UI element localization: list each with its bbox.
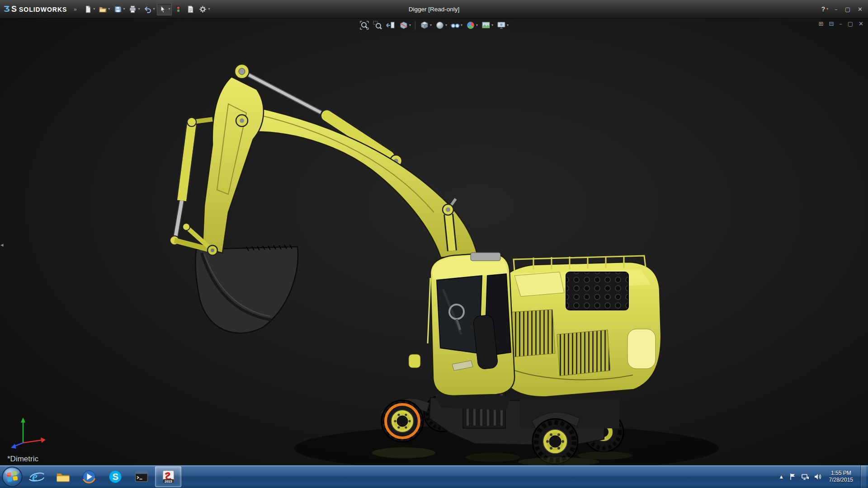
rebuild-button[interactable]: [173, 4, 184, 15]
new-button[interactable]: ▾: [82, 4, 96, 15]
internet-explorer-icon: e: [28, 469, 45, 485]
minimize-button[interactable]: –: [835, 6, 838, 12]
toolbar-overflow-chevron[interactable]: »: [73, 6, 77, 13]
taskbar-internet-explorer[interactable]: e: [24, 467, 49, 487]
body-front-glass: [514, 272, 564, 296]
command-prompt-icon: [133, 469, 150, 485]
clock-date: 7/28/2015: [829, 477, 853, 483]
quick-access-toolbar: ▾ ▾ ▾ ▾ ▾: [82, 3, 211, 15]
taskbar-command-prompt[interactable]: [129, 467, 154, 487]
panel-collapse-tab[interactable]: ◂: [0, 240, 4, 249]
engine-grille: [566, 272, 628, 310]
titlebar: ƷS SOLIDWORKS » ▾ ▾ ▾ ▾: [0, 0, 868, 19]
select-tool-button[interactable]: ▾: [157, 3, 172, 15]
taskbar-solidworks[interactable]: 2015: [155, 466, 181, 487]
close-button[interactable]: ✕: [858, 6, 863, 12]
maximize-button[interactable]: ▢: [845, 6, 850, 12]
cab[interactable]: [409, 253, 514, 410]
solidworks-window: ƷS SOLIDWORKS » ▾ ▾ ▾ ▾: [0, 0, 868, 488]
wheel-front-left[interactable]: [382, 400, 423, 442]
view-orientation-cube-icon: [420, 20, 429, 30]
zoom-to-fit-button[interactable]: [359, 19, 370, 31]
display-style-button[interactable]: ▾: [434, 19, 448, 31]
display-style-icon: [435, 20, 445, 30]
help-button[interactable]: ? ▾: [821, 5, 829, 13]
view-settings-button[interactable]: ▾: [495, 19, 509, 31]
doc-minimize-button[interactable]: –: [839, 20, 842, 27]
edit-appearance-button[interactable]: ▾: [465, 19, 479, 31]
start-button[interactable]: [1, 466, 24, 488]
undo-icon: [143, 5, 152, 14]
view-orientation-button[interactable]: ▾: [419, 19, 433, 31]
open-folder-icon: [99, 5, 107, 14]
taskbar-windows-explorer[interactable]: [50, 467, 75, 487]
previous-view-button[interactable]: [385, 19, 396, 31]
solidworks-app-icon: 2015: [160, 469, 176, 485]
tray-expand-arrow[interactable]: ▲: [779, 474, 784, 479]
orientation-triad: [11, 418, 46, 449]
rear-access-panel: [627, 329, 656, 369]
windows-start-icon: [1, 465, 24, 488]
action-center-flag-icon[interactable]: [788, 473, 797, 481]
folder-icon: [55, 469, 71, 485]
bucket[interactable]: [195, 245, 298, 333]
previous-view-icon: [386, 20, 396, 30]
undo-button[interactable]: ▾: [142, 4, 156, 15]
app-name: SOLIDWORKS: [19, 6, 67, 13]
network-icon[interactable]: [801, 473, 809, 481]
side-vent-2: [557, 330, 610, 376]
model-scene[interactable]: [0, 18, 868, 465]
file-properties-button[interactable]: [185, 4, 196, 15]
section-view-icon: [399, 20, 409, 30]
wheel-rear-left[interactable]: [533, 419, 578, 464]
doc-restore-button[interactable]: ▢: [848, 20, 853, 27]
print-button[interactable]: ▾: [127, 4, 141, 15]
select-cursor-icon: [159, 5, 167, 14]
rebuild-stoplight-icon: [174, 5, 183, 14]
apply-scene-button[interactable]: ▾: [480, 19, 494, 31]
taskbar-skype[interactable]: S: [103, 467, 128, 487]
svg-text:S: S: [113, 472, 118, 482]
doc-close-button[interactable]: ✕: [859, 20, 863, 27]
new-document-icon: [84, 5, 92, 14]
file-properties-icon: [186, 5, 195, 14]
headsup-view-toolbar: ▾ ▾ ▾ ▾ ▾ ▾: [359, 19, 509, 31]
section-view-button[interactable]: ▾: [398, 19, 412, 31]
hide-show-glasses-icon: [450, 20, 460, 30]
system-tray: ▲ 1:55 PM 7/28/2015: [779, 465, 868, 488]
apply-scene-icon: [481, 20, 491, 30]
view-orientation-label: *Dimetric: [7, 455, 38, 464]
front-marker-light: [409, 354, 420, 368]
tile-windows-button[interactable]: ⊟: [829, 20, 834, 27]
solidworks-logo: ƷS SOLIDWORKS: [4, 4, 67, 14]
media-player-icon: [81, 469, 97, 485]
taskbar-media-player[interactable]: [76, 467, 102, 487]
volume-icon[interactable]: [814, 473, 822, 481]
svg-text:2015: 2015: [165, 479, 173, 483]
hide-show-items-button[interactable]: ▾: [449, 19, 463, 31]
edit-appearance-ball-icon: [466, 20, 476, 30]
cascade-windows-button[interactable]: ⊞: [818, 20, 823, 27]
options-button[interactable]: ▾: [197, 4, 211, 15]
skype-icon: S: [107, 469, 123, 485]
engine-body[interactable]: [495, 256, 661, 397]
show-desktop-button[interactable]: [860, 465, 866, 488]
taskbar-clock[interactable]: 1:55 PM 7/28/2015: [829, 470, 853, 483]
zoom-to-fit-icon: [359, 20, 369, 30]
view-settings-icon: [496, 20, 506, 30]
options-gear-icon: [198, 5, 207, 14]
graphics-viewport[interactable]: ▾ ▾ ▾ ▾ ▾ ▾: [0, 18, 868, 465]
roof-vent: [471, 253, 500, 261]
document-window-controls: ⊞ ⊟ – ▢ ✕: [818, 20, 863, 27]
save-button[interactable]: ▾: [112, 4, 126, 15]
logo-mark: Ʒ: [4, 4, 10, 14]
open-button[interactable]: ▾: [97, 4, 111, 15]
clock-time: 1:55 PM: [829, 470, 853, 477]
toolbar-separator: [415, 21, 415, 29]
print-icon: [128, 5, 137, 14]
zoom-to-area-icon: [373, 20, 382, 30]
windshield: [437, 276, 482, 353]
stick-arm: [203, 64, 264, 253]
zoom-to-area-button[interactable]: [372, 19, 383, 31]
excavator-model[interactable]: [170, 64, 661, 465]
